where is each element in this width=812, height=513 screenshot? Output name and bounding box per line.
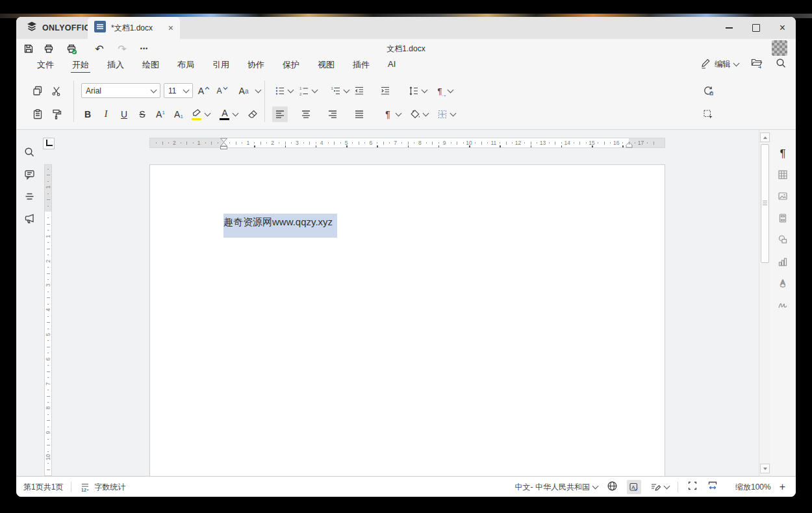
font-size-combo[interactable]: 11 <box>164 83 193 98</box>
zoom-in-button[interactable]: + <box>780 482 785 492</box>
menu-tab-protection[interactable]: 保护 <box>281 58 301 74</box>
select-all-button[interactable] <box>700 106 716 122</box>
show-paragraph-marks-button[interactable]: ¶ <box>380 106 396 122</box>
format-painter-button[interactable] <box>49 106 64 122</box>
align-left-button[interactable] <box>272 106 288 122</box>
vertical-ruler[interactable]: 112345678910 <box>44 164 52 476</box>
clear-formatting-button[interactable] <box>245 106 260 122</box>
language-selector[interactable]: 中文- 中华人民共和国 <box>515 482 598 493</box>
scroll-down-button[interactable] <box>760 464 770 473</box>
highlight-color-arrow[interactable] <box>204 106 210 122</box>
change-case-arrow[interactable] <box>255 83 261 99</box>
align-right-button[interactable] <box>325 106 340 122</box>
document-language-button[interactable] <box>606 480 618 495</box>
maximize-button[interactable] <box>742 17 769 39</box>
line-spacing-arrow[interactable] <box>421 83 427 99</box>
superscript-button[interactable]: A1 <box>153 106 168 122</box>
table-settings-panel-button[interactable] <box>775 168 791 184</box>
feedback-panel-button[interactable] <box>21 212 37 227</box>
highlight-color-button[interactable] <box>189 106 205 122</box>
underline-button[interactable]: U <box>116 106 132 122</box>
menu-tab-layout[interactable]: 布局 <box>176 58 196 74</box>
page-number-indicator[interactable]: 第1页共1页 <box>23 482 63 493</box>
zoom-level-label[interactable]: 缩放100% <box>735 482 771 493</box>
document-text[interactable]: 趣奇资源网www.qqzy.xyz <box>223 214 337 229</box>
search-button[interactable] <box>775 57 787 71</box>
line-spacing-button[interactable] <box>406 83 422 99</box>
menu-tab-insert[interactable]: 插入 <box>106 58 125 74</box>
quick-print-button[interactable] <box>64 41 79 56</box>
paragraph-direction-button[interactable]: ¶ → <box>432 83 448 99</box>
show-paragraph-arrow[interactable] <box>395 106 401 122</box>
spell-check-button[interactable]: A <box>627 480 641 494</box>
scrollbar-thumb[interactable] <box>761 144 769 263</box>
menu-tab-ai[interactable]: AI <box>387 58 397 72</box>
menu-tab-collaboration[interactable]: 协作 <box>246 58 266 74</box>
minimize-button[interactable] <box>716 17 742 39</box>
borders-arrow[interactable] <box>450 106 456 122</box>
menu-tab-home[interactable]: 开始 <box>71 58 90 74</box>
numbering-arrow[interactable] <box>311 83 318 99</box>
comments-panel-button[interactable] <box>21 168 37 183</box>
paste-button[interactable] <box>30 106 45 122</box>
redo-button[interactable]: ↷ <box>114 41 130 56</box>
strikethrough-button[interactable]: S <box>134 106 150 122</box>
cut-button[interactable] <box>49 83 64 99</box>
shading-button[interactable] <box>407 106 423 122</box>
shape-settings-panel-button[interactable] <box>775 233 791 249</box>
tab-close-icon[interactable]: × <box>168 23 173 32</box>
customize-qat-button[interactable]: ••• <box>136 41 152 56</box>
paragraph-settings-panel-button[interactable]: ¶ <box>775 146 791 162</box>
close-button[interactable]: × <box>769 17 796 39</box>
header-footer-settings-panel-button[interactable] <box>775 212 791 227</box>
menu-tab-view[interactable]: 视图 <box>316 58 336 74</box>
shading-arrow[interactable] <box>422 106 429 122</box>
image-settings-panel-button[interactable] <box>775 190 791 205</box>
horizontal-ruler[interactable]: 211234567891011121314151617 <box>149 138 665 148</box>
fit-page-button[interactable] <box>687 480 698 494</box>
numbering-button[interactable]: 12 <box>296 83 312 99</box>
signature-settings-panel-button[interactable] <box>775 299 791 314</box>
open-file-location-button[interactable] <box>750 57 763 72</box>
text-art-settings-panel-button[interactable]: A <box>775 277 791 292</box>
search-panel-button[interactable] <box>21 145 37 161</box>
print-button[interactable] <box>41 41 57 56</box>
align-justify-button[interactable] <box>351 106 367 122</box>
tab-stop-selector[interactable] <box>43 138 55 149</box>
menu-tab-references[interactable]: 引用 <box>211 58 231 74</box>
document-page[interactable]: 趣奇资源网www.qqzy.xyz <box>149 164 665 476</box>
multilevel-list-button[interactable]: 1 <box>328 83 344 99</box>
font-name-combo[interactable]: Arial <box>81 83 160 98</box>
bullets-arrow[interactable] <box>287 83 294 99</box>
edit-mode-button[interactable]: 编辑 <box>700 58 739 71</box>
track-changes-button[interactable] <box>650 481 669 493</box>
replace-button[interactable] <box>700 83 716 99</box>
bold-button[interactable]: B <box>80 106 95 122</box>
paragraph-direction-arrow[interactable] <box>447 83 453 99</box>
navigation-panel-button[interactable] <box>21 190 37 205</box>
chart-settings-panel-button[interactable] <box>775 255 791 271</box>
font-color-button[interactable]: A <box>217 106 233 122</box>
fit-width-button[interactable] <box>707 480 718 494</box>
subscript-button[interactable]: A1 <box>171 106 186 122</box>
document-tab[interactable]: *文档1.docx × <box>88 17 180 39</box>
italic-button[interactable]: I <box>98 106 114 122</box>
decrease-font-size-button[interactable]: A <box>214 83 230 99</box>
increase-font-size-button[interactable]: A <box>196 83 212 99</box>
indent-markers[interactable] <box>220 138 228 150</box>
copy-button[interactable] <box>30 83 45 99</box>
align-center-button[interactable] <box>298 106 314 122</box>
scroll-up-button[interactable] <box>760 132 770 142</box>
multilevel-list-arrow[interactable] <box>343 83 349 99</box>
menu-tab-draw[interactable]: 绘图 <box>141 58 160 74</box>
borders-button[interactable] <box>435 106 450 122</box>
undo-button[interactable]: ↶ <box>92 41 107 56</box>
decrease-indent-button[interactable] <box>351 83 367 99</box>
menu-tab-plugins[interactable]: 插件 <box>351 58 371 74</box>
change-case-button[interactable]: A a <box>234 83 253 99</box>
bullets-button[interactable] <box>272 83 288 99</box>
increase-indent-button[interactable] <box>377 83 393 99</box>
avatar[interactable] <box>772 40 787 56</box>
menu-tab-file[interactable]: 文件 <box>36 58 55 74</box>
vertical-scrollbar[interactable] <box>759 130 770 476</box>
